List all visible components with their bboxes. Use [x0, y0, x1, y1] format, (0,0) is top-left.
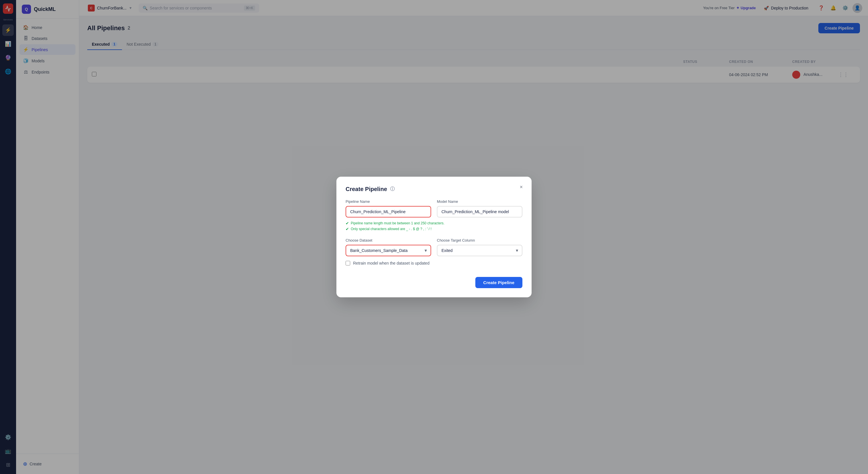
modal-info-icon[interactable]: ⓘ — [390, 186, 395, 192]
retrain-checkbox[interactable] — [346, 261, 350, 265]
check-icon-2: ✔ — [346, 227, 349, 231]
target-select[interactable]: Exited — [437, 245, 522, 256]
form-row-names: Pipeline Name Model Name — [346, 199, 522, 217]
target-select-wrapper: Exited ▼ — [437, 245, 522, 256]
dataset-select-wrapper: Bank_Customers_Sample_Data ▼ — [346, 245, 431, 256]
validation-text-2: Only special characters allowed are _ - … — [351, 227, 431, 231]
model-name-label: Model Name — [437, 199, 522, 204]
pipeline-name-input[interactable] — [346, 206, 431, 217]
check-icon-1: ✔ — [346, 221, 349, 226]
retrain-checkbox-row: Retrain model when the dataset is update… — [346, 261, 522, 265]
dataset-label: Choose Dataset — [346, 238, 431, 242]
modal-overlay: Create Pipeline ⓘ × Pipeline Name Model … — [0, 0, 868, 474]
validation-msg-2: ✔ Only special characters allowed are _ … — [346, 227, 522, 231]
modal-close-button[interactable]: × — [517, 182, 526, 191]
model-name-group: Model Name — [437, 199, 522, 217]
pipeline-name-label: Pipeline Name — [346, 199, 431, 204]
form-row-selects: Choose Dataset Bank_Customers_Sample_Dat… — [346, 238, 522, 256]
target-label: Choose Target Column — [437, 238, 522, 242]
validation-msg-1: ✔ Pipeline name length must be between 1… — [346, 221, 522, 226]
model-name-input[interactable] — [437, 206, 522, 217]
validation-text-1: Pipeline name length must be between 1 a… — [351, 221, 444, 225]
validation-messages: ✔ Pipeline name length must be between 1… — [346, 221, 522, 231]
dataset-group: Choose Dataset Bank_Customers_Sample_Dat… — [346, 238, 431, 256]
target-group: Choose Target Column Exited ▼ — [437, 238, 522, 256]
create-pipeline-modal: Create Pipeline ⓘ × Pipeline Name Model … — [336, 177, 532, 297]
modal-title: Create Pipeline ⓘ — [346, 186, 522, 192]
modal-title-text: Create Pipeline — [346, 186, 387, 192]
retrain-label: Retrain model when the dataset is update… — [353, 261, 429, 265]
pipeline-name-group: Pipeline Name — [346, 199, 431, 217]
modal-submit-button[interactable]: Create Pipeline — [475, 277, 522, 288]
modal-footer: Create Pipeline — [346, 277, 522, 288]
dataset-select[interactable]: Bank_Customers_Sample_Data — [346, 245, 431, 256]
